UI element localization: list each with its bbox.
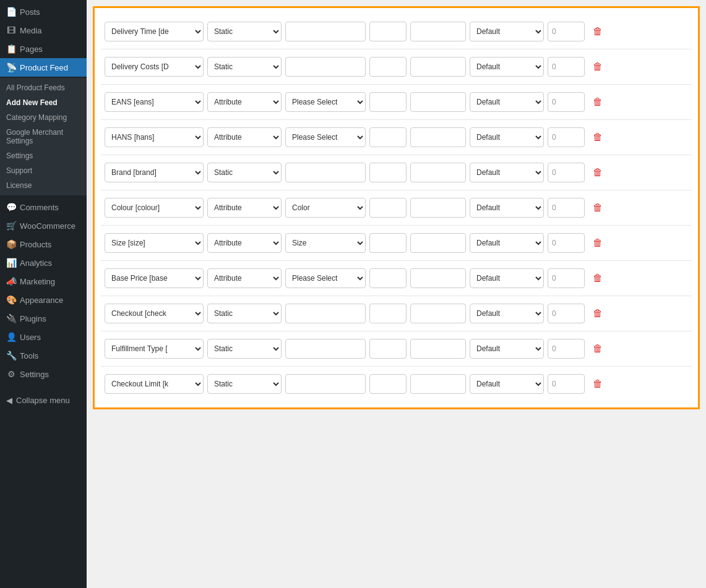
type-select-6[interactable]: Attribute Static Attribute	[207, 233, 282, 253]
type-select-10[interactable]: Static Static Attribute	[207, 374, 282, 394]
value-input-9[interactable]	[285, 339, 366, 359]
input2-1[interactable]	[410, 57, 466, 77]
input1-9[interactable]	[369, 339, 407, 359]
default-select-0[interactable]: Default	[470, 22, 544, 41]
type-select-7[interactable]: Attribute Static Attribute	[207, 268, 282, 288]
input1-4[interactable]	[369, 163, 407, 182]
field-select-9[interactable]: Fulfillment Type [	[105, 339, 204, 359]
num-input-5[interactable]	[548, 198, 585, 218]
type-select-0[interactable]: Static Static Attribute	[207, 22, 282, 41]
submenu-add-new[interactable]: Add New Feed	[0, 95, 87, 110]
delete-button-0[interactable]: 🗑	[590, 23, 605, 40]
field-select-10[interactable]: Checkout Limit [k	[105, 374, 204, 394]
field-select-8[interactable]: Checkout [check	[105, 304, 204, 323]
input1-10[interactable]	[369, 374, 407, 394]
default-select-5[interactable]: Default	[470, 198, 544, 218]
type-select-1[interactable]: Static Static Attribute	[207, 57, 282, 77]
value-select-5[interactable]: Color	[285, 198, 366, 218]
sidebar-item-products[interactable]: 📦 Products	[0, 235, 87, 254]
sidebar-item-tools[interactable]: 🔧 Tools	[0, 346, 87, 365]
value-select-2[interactable]: Please Select	[285, 92, 366, 112]
sidebar-item-plugins[interactable]: 🔌 Plugins	[0, 309, 87, 328]
field-select-5[interactable]: Colour [colour]	[105, 198, 204, 218]
sidebar-item-users[interactable]: 👤 Users	[0, 328, 87, 346]
value-input-10[interactable]	[285, 374, 366, 394]
submenu-settings[interactable]: Settings	[0, 148, 87, 163]
num-input-3[interactable]	[548, 127, 585, 147]
input2-0[interactable]	[410, 22, 466, 41]
value-select-7[interactable]: Please Select	[285, 268, 366, 288]
field-select-6[interactable]: Size [size]	[105, 233, 204, 253]
value-input-8[interactable]	[285, 304, 366, 323]
input1-8[interactable]	[369, 304, 407, 323]
input2-10[interactable]	[410, 374, 466, 394]
default-select-4[interactable]: Default	[470, 163, 544, 182]
type-select-3[interactable]: Attribute Static Attribute	[207, 127, 282, 147]
type-select-5[interactable]: Attribute Static Attribute	[207, 198, 282, 218]
delete-button-2[interactable]: 🗑	[590, 94, 605, 110]
field-select-4[interactable]: Brand [brand]	[105, 163, 204, 182]
delete-button-9[interactable]: 🗑	[590, 341, 605, 357]
sidebar-item-product-feed[interactable]: 📡 Product Feed	[0, 58, 87, 77]
num-input-6[interactable]	[548, 233, 585, 253]
submenu-category-mapping[interactable]: Category Mapping	[0, 110, 87, 125]
num-input-10[interactable]	[548, 374, 585, 394]
input2-2[interactable]	[410, 92, 466, 112]
delete-button-3[interactable]: 🗑	[590, 129, 605, 145]
input2-7[interactable]	[410, 268, 466, 288]
sidebar-item-woocommerce[interactable]: 🛒 WooCommerce	[0, 216, 87, 235]
delete-button-10[interactable]: 🗑	[590, 376, 605, 392]
num-input-9[interactable]	[548, 339, 585, 359]
num-input-2[interactable]	[548, 92, 585, 112]
input2-9[interactable]	[410, 339, 466, 359]
submenu-support[interactable]: Support	[0, 163, 87, 178]
input2-6[interactable]	[410, 233, 466, 253]
collapse-menu[interactable]: ◀ Collapse menu	[0, 391, 87, 410]
input2-8[interactable]	[410, 304, 466, 323]
submenu-license[interactable]: License	[0, 178, 87, 193]
num-input-8[interactable]	[548, 304, 585, 323]
type-select-4[interactable]: Static Static Attribute	[207, 163, 282, 182]
input2-5[interactable]	[410, 198, 466, 218]
delete-button-6[interactable]: 🗑	[590, 235, 605, 251]
delete-button-8[interactable]: 🗑	[590, 305, 605, 322]
type-select-8[interactable]: Static Static Attribute	[207, 304, 282, 323]
input1-2[interactable]	[369, 92, 407, 112]
num-input-0[interactable]	[548, 22, 585, 41]
delete-button-4[interactable]: 🗑	[590, 164, 605, 181]
default-select-2[interactable]: Default	[470, 92, 544, 112]
value-input-4[interactable]	[285, 163, 366, 182]
default-select-9[interactable]: Default	[470, 339, 544, 359]
sidebar-item-marketing[interactable]: 📣 Marketing	[0, 272, 87, 291]
field-select-1[interactable]: Delivery Costs [D	[105, 57, 204, 77]
value-select-3[interactable]: Please Select	[285, 127, 366, 147]
sidebar-item-appearance[interactable]: 🎨 Appearance	[0, 291, 87, 309]
sidebar-item-comments[interactable]: 💬 Comments	[0, 198, 87, 216]
submenu-google-merchant[interactable]: Google Merchant Settings	[0, 125, 87, 148]
input1-0[interactable]	[369, 22, 407, 41]
sidebar-item-posts[interactable]: 📄 Posts	[0, 2, 87, 21]
value-input-1[interactable]	[285, 57, 366, 77]
sidebar-item-settings[interactable]: ⚙ Settings	[0, 365, 87, 383]
default-select-8[interactable]: Default	[470, 304, 544, 323]
field-select-3[interactable]: HANS [hans]	[105, 127, 204, 147]
value-input-0[interactable]	[285, 22, 366, 41]
value-select-6[interactable]: Size	[285, 233, 366, 253]
input1-1[interactable]	[369, 57, 407, 77]
delete-button-7[interactable]: 🗑	[590, 270, 605, 286]
input1-6[interactable]	[369, 233, 407, 253]
default-select-1[interactable]: Default	[470, 57, 544, 77]
type-select-2[interactable]: Attribute Static Attribute	[207, 92, 282, 112]
input2-4[interactable]	[410, 163, 466, 182]
input1-5[interactable]	[369, 198, 407, 218]
num-input-7[interactable]	[548, 268, 585, 288]
default-select-10[interactable]: Default	[470, 374, 544, 394]
input1-3[interactable]	[369, 127, 407, 147]
sidebar-item-analytics[interactable]: 📊 Analytics	[0, 254, 87, 272]
delete-button-5[interactable]: 🗑	[590, 200, 605, 216]
num-input-1[interactable]	[548, 57, 585, 77]
sidebar-item-media[interactable]: 🎞 Media	[0, 21, 87, 40]
sidebar-item-pages[interactable]: 📋 Pages	[0, 40, 87, 58]
field-select-2[interactable]: EANS [eans]	[105, 92, 204, 112]
default-select-7[interactable]: Default	[470, 268, 544, 288]
